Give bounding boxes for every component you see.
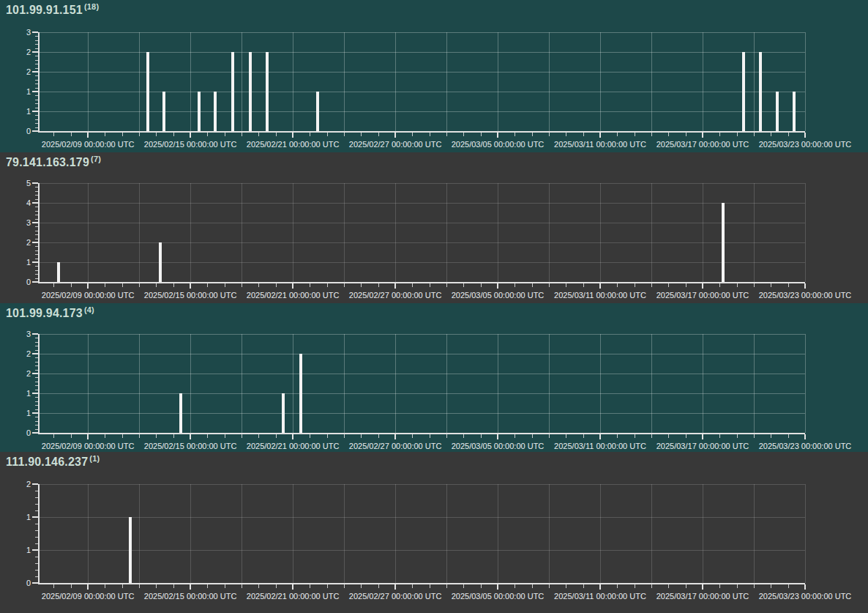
y-tick-minor xyxy=(35,357,38,358)
plot-area[interactable]: 01122025/02/09 00:00:00 UTC2025/02/15 00… xyxy=(40,484,805,583)
x-tick-major xyxy=(497,584,498,590)
gridline-horizontal xyxy=(40,52,805,53)
y-axis-label: 2 xyxy=(1,369,31,379)
y-tick-minor xyxy=(35,342,38,343)
y-axis-line xyxy=(38,334,40,434)
x-tick-minor xyxy=(105,133,105,136)
y-tick-minor xyxy=(35,127,38,128)
x-tick-major xyxy=(292,584,293,590)
gridline-vertical xyxy=(651,334,652,433)
plot-area[interactable]: 0112232025/02/09 00:00:00 UTC2025/02/15 … xyxy=(40,32,805,131)
x-tick-minor xyxy=(532,584,533,588)
x-tick-minor xyxy=(242,434,242,438)
x-tick-minor xyxy=(225,584,225,588)
x-tick-minor xyxy=(378,434,379,438)
x-tick-minor xyxy=(686,283,686,287)
x-tick-minor xyxy=(173,133,174,136)
event-bar xyxy=(742,52,745,131)
gridline-vertical xyxy=(395,334,396,433)
event-bar xyxy=(299,354,302,433)
y-axis-label: 2 xyxy=(1,238,31,248)
x-axis-label: 2025/02/09 00:00:00 UTC xyxy=(42,291,135,300)
gridline-vertical xyxy=(242,484,242,583)
gridline-vertical xyxy=(703,484,703,583)
x-tick-major xyxy=(702,283,703,289)
gridline-vertical xyxy=(754,484,755,583)
x-tick-minor xyxy=(446,283,447,287)
event-bar xyxy=(316,92,319,131)
gridline-vertical xyxy=(549,32,550,131)
x-tick-minor xyxy=(651,434,652,438)
y-axis-label: 0 xyxy=(1,579,31,588)
x-tick-minor xyxy=(276,283,277,287)
x-tick-minor xyxy=(122,434,123,438)
y-tick-minor xyxy=(35,195,38,196)
gridline-vertical xyxy=(242,183,242,282)
x-tick-minor xyxy=(378,133,379,136)
y-tick-major xyxy=(32,353,38,354)
x-axis-label: 2025/03/11 00:00:00 UTC xyxy=(554,442,646,451)
y-tick-minor xyxy=(35,60,38,61)
x-tick-minor xyxy=(344,584,345,588)
y-axis-label: 4 xyxy=(1,198,31,208)
y-tick-minor xyxy=(35,405,38,406)
x-tick-minor xyxy=(430,283,430,287)
y-tick-minor xyxy=(35,80,38,81)
gridline-vertical xyxy=(293,183,293,282)
y-tick-minor xyxy=(35,570,38,571)
x-tick-minor xyxy=(583,584,584,588)
x-tick-minor xyxy=(258,434,259,438)
gridline-horizontal xyxy=(40,413,805,414)
event-bar xyxy=(282,393,285,433)
gridline-vertical xyxy=(139,484,140,583)
event-bar xyxy=(159,242,162,282)
x-tick-major xyxy=(87,133,89,138)
gridline-horizontal xyxy=(40,354,805,354)
gridline-vertical xyxy=(549,334,550,433)
y-axis-line xyxy=(38,484,40,584)
x-tick-minor xyxy=(310,133,310,136)
x-axis-label: 2025/03/05 00:00:00 UTC xyxy=(452,592,545,601)
x-tick-minor xyxy=(105,434,105,438)
x-tick-major xyxy=(394,283,396,289)
y-tick-minor xyxy=(35,68,38,69)
x-tick-minor xyxy=(481,434,482,438)
x-axis-label: 2025/02/15 00:00:00 UTC xyxy=(144,592,237,601)
x-axis-label: 2025/03/11 00:00:00 UTC xyxy=(554,592,646,601)
x-tick-minor xyxy=(258,133,259,136)
y-tick-minor xyxy=(35,75,38,76)
x-tick-minor xyxy=(207,133,208,136)
y-axis-label: 5 xyxy=(1,179,31,188)
plot-area[interactable]: 0123452025/02/09 00:00:00 UTC2025/02/15 … xyxy=(40,183,805,282)
x-tick-minor xyxy=(463,283,464,287)
x-axis-label: 2025/02/27 00:00:00 UTC xyxy=(349,291,442,300)
y-axis-label: 1 xyxy=(1,87,31,97)
x-tick-minor xyxy=(139,283,140,287)
x-tick-major xyxy=(394,584,396,590)
x-tick-minor xyxy=(566,283,566,287)
plot-area[interactable]: 0112232025/02/09 00:00:00 UTC2025/02/15 … xyxy=(40,334,805,433)
x-tick-minor xyxy=(754,434,755,438)
x-tick-minor xyxy=(173,434,174,438)
y-tick-minor xyxy=(35,504,38,505)
y-axis-label: 2 xyxy=(1,48,31,57)
y-axis-label: 1 xyxy=(1,409,31,418)
x-tick-minor xyxy=(71,434,72,438)
x-tick-minor xyxy=(122,584,123,588)
event-bar xyxy=(722,203,725,282)
gridline-vertical xyxy=(498,183,498,282)
x-tick-major xyxy=(702,584,703,590)
x-tick-minor xyxy=(361,283,362,287)
x-tick-minor xyxy=(617,133,618,136)
y-tick-minor xyxy=(35,123,38,124)
x-tick-minor xyxy=(71,283,72,287)
x-tick-minor xyxy=(276,434,277,438)
x-axis-label: 2025/02/27 00:00:00 UTC xyxy=(349,592,442,601)
x-tick-minor xyxy=(242,133,242,136)
x-tick-minor xyxy=(788,133,789,136)
y-tick-minor xyxy=(35,362,38,363)
gridline-vertical xyxy=(600,484,601,583)
x-axis-line xyxy=(38,433,805,434)
y-tick-minor xyxy=(35,491,38,491)
gridline-vertical xyxy=(395,32,396,131)
